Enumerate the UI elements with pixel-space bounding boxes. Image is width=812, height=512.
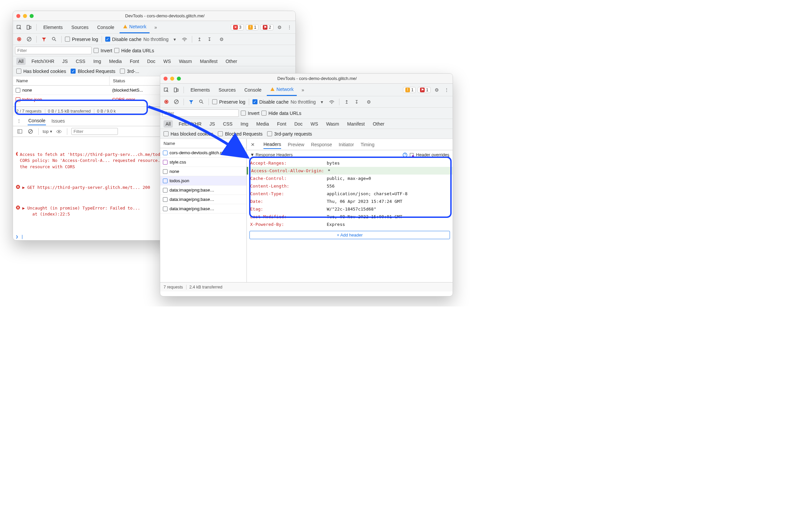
filter-fetch[interactable]: Fetch/XHR — [177, 120, 203, 127]
close-icon[interactable] — [16, 14, 20, 18]
list-item[interactable]: cors-demo-devtools.glitch.me — [160, 148, 246, 158]
device-icon[interactable] — [25, 23, 33, 31]
record-icon[interactable] — [15, 35, 23, 43]
kebab-icon[interactable]: ⋮ — [15, 117, 23, 125]
upload-icon[interactable]: ↥ — [196, 35, 203, 43]
third-party-checkbox[interactable]: 3rd-party requests — [267, 131, 312, 137]
header-row[interactable]: Content-Length:556 — [247, 182, 453, 190]
wifi-icon[interactable] — [180, 35, 188, 43]
download-icon[interactable]: ↧ — [353, 98, 361, 106]
tab-console[interactable]: Console — [94, 21, 118, 33]
col-name[interactable]: Name — [160, 139, 246, 148]
filter-ws[interactable]: WS — [162, 58, 173, 65]
filter-manifest[interactable]: Manifest — [345, 120, 367, 127]
blocked-cookies-checkbox[interactable]: Has blocked cookies — [164, 131, 213, 137]
tab-sources[interactable]: Sources — [215, 84, 239, 96]
list-item[interactable]: data:image/png;base… — [160, 204, 246, 214]
wifi-icon[interactable] — [328, 98, 336, 106]
filter-manifest[interactable]: Manifest — [198, 58, 220, 65]
kebab-icon[interactable]: ⋮ — [285, 23, 293, 31]
list-item[interactable]: data:image/png;base… — [160, 186, 246, 195]
filter-wasm[interactable]: Wasm — [177, 58, 194, 65]
tab-timing[interactable]: Timing — [361, 141, 375, 148]
zoom-icon[interactable] — [177, 77, 181, 81]
filter-css[interactable]: CSS — [74, 58, 87, 65]
filter-wasm[interactable]: Wasm — [324, 120, 341, 127]
add-header-button[interactable]: + Add header — [250, 231, 450, 239]
issues-badge[interactable]: ⚑2 — [260, 24, 273, 30]
network-settings-icon[interactable]: ⚙ — [218, 35, 226, 43]
header-row[interactable]: Cache-Control:public, max-age=0 — [247, 175, 453, 182]
help-icon[interactable]: ? — [403, 152, 407, 157]
tab-initiator[interactable]: Initiator — [339, 141, 354, 148]
throttling-select[interactable]: No throttling — [144, 37, 169, 42]
settings-icon[interactable]: ⚙ — [433, 86, 441, 94]
filter-img[interactable]: Img — [238, 120, 250, 127]
filter-all[interactable]: All — [16, 58, 26, 65]
eye-icon[interactable] — [55, 127, 63, 136]
record-icon[interactable] — [162, 98, 170, 106]
console-filter-input[interactable] — [71, 128, 118, 135]
warning-badge[interactable]: !1 — [246, 24, 259, 30]
device-icon[interactable] — [172, 86, 180, 94]
filter-js[interactable]: JS — [60, 58, 69, 65]
kebab-icon[interactable]: ⋮ — [443, 86, 451, 94]
search-icon[interactable] — [197, 98, 205, 106]
header-row[interactable]: Accept-Ranges:bytes — [247, 159, 453, 167]
tab-network[interactable]: Network — [120, 21, 149, 33]
blocked-requests-checkbox[interactable]: Blocked Requests — [218, 131, 262, 137]
filter-media[interactable]: Media — [255, 120, 271, 127]
disable-cache-checkbox[interactable]: ✓Disable cache — [105, 37, 142, 42]
filter-other[interactable]: Other — [371, 120, 386, 127]
issues-badge[interactable]: ⚑1 — [418, 87, 431, 93]
close-icon[interactable] — [164, 77, 168, 81]
header-overrides-link[interactable]: Header overrides — [416, 152, 449, 157]
list-item[interactable]: style.css — [160, 158, 246, 167]
download-icon[interactable]: ↧ — [205, 35, 213, 43]
clear-icon[interactable] — [25, 35, 33, 43]
chevron-down-icon[interactable]: ▾ — [171, 35, 178, 43]
filter-js[interactable]: JS — [207, 120, 217, 127]
warning-badge[interactable]: !1 — [403, 87, 416, 93]
clear-icon[interactable] — [26, 127, 34, 136]
filter-doc[interactable]: Doc — [145, 58, 157, 65]
filter-css[interactable]: CSS — [221, 120, 234, 127]
tab-elements[interactable]: Elements — [187, 84, 213, 96]
filter-media[interactable]: Media — [107, 58, 124, 65]
throttling-select[interactable]: No throttling — [291, 99, 316, 105]
disable-cache-checkbox[interactable]: ✓Disable cache — [253, 99, 289, 105]
filter-input[interactable] — [15, 47, 92, 54]
more-tabs-icon[interactable]: » — [151, 23, 160, 31]
minimize-icon[interactable] — [23, 14, 27, 18]
network-settings-icon[interactable]: ⚙ — [365, 98, 373, 106]
tab-elements[interactable]: Elements — [40, 21, 66, 33]
chevron-down-icon[interactable]: ▾ — [318, 98, 326, 106]
titlebar[interactable]: DevTools - cors-demo-devtools.glitch.me/ — [13, 11, 295, 21]
filter-img[interactable]: Img — [91, 58, 103, 65]
minimize-icon[interactable] — [170, 77, 174, 81]
list-item-selected[interactable]: todos.json — [160, 176, 246, 186]
sidebar-icon[interactable] — [16, 127, 24, 136]
header-row[interactable]: Etag:W/"22c-18457c15d68" — [247, 205, 453, 213]
more-tabs-icon[interactable]: » — [299, 86, 307, 94]
tab-network[interactable]: Network — [267, 84, 297, 96]
preserve-log-checkbox[interactable]: Preserve log — [212, 99, 245, 105]
response-headers-section[interactable]: ▼ Response Headers ? Header overrides — [247, 150, 453, 159]
error-badge[interactable]: ✕3 — [231, 24, 244, 30]
hide-data-urls-checkbox[interactable]: Hide data URLs — [261, 111, 301, 116]
clear-icon[interactable] — [172, 98, 180, 106]
filter-input[interactable] — [162, 109, 239, 117]
search-icon[interactable] — [50, 35, 58, 43]
blocked-requests-checkbox[interactable]: ✓Blocked Requests — [70, 68, 115, 74]
tab-console[interactable]: Console — [28, 117, 46, 125]
filter-other[interactable]: Other — [224, 58, 239, 65]
filter-all[interactable]: All — [164, 120, 173, 127]
list-item[interactable]: none — [160, 167, 246, 176]
filter-doc[interactable]: Doc — [292, 120, 305, 127]
col-name[interactable]: Name — [13, 76, 110, 85]
upload-icon[interactable]: ↥ — [343, 98, 351, 106]
titlebar[interactable]: DevTools - cors-demo-devtools.glitch.me/ — [160, 74, 453, 84]
third-party-checkbox[interactable]: 3rd-... — [120, 68, 139, 74]
filter-icon[interactable] — [40, 35, 48, 43]
header-row[interactable]: Date:Thu, 06 Apr 2023 15:47:24 GMT — [247, 198, 453, 205]
